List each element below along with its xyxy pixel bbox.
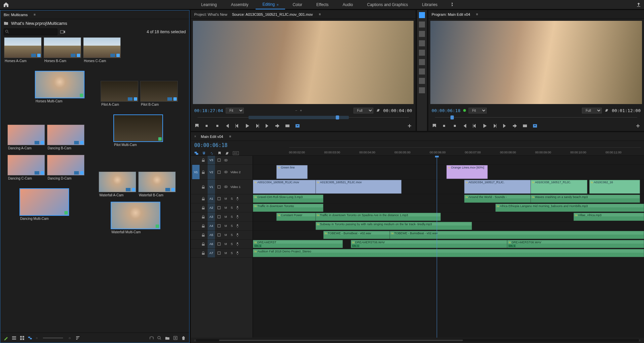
voice-over-icon[interactable] bbox=[236, 215, 240, 219]
track-a3[interactable]: fxConstant PowerfxTraffic in downtown To… bbox=[253, 212, 644, 222]
target-patch[interactable]: V3 bbox=[208, 156, 215, 164]
workspace-tab-assembly[interactable]: Assembly bbox=[224, 0, 255, 9]
hand-tool[interactable] bbox=[419, 78, 425, 84]
source-patch[interactable]: V1 bbox=[192, 165, 200, 179]
target-patch[interactable]: A5 bbox=[208, 231, 215, 239]
workspace-tab-captions-and-graphics[interactable]: Captions and Graphics bbox=[360, 0, 415, 9]
sync-lock-icon[interactable] bbox=[217, 251, 222, 255]
clip-dancing-b[interactable]: Dancing B-Cam bbox=[47, 125, 85, 151]
timeline-ruler[interactable]: 00:00:02:0000:00:03:0000:00:04:0000:00:0… bbox=[289, 147, 641, 154]
source-video[interactable] bbox=[193, 21, 414, 104]
clip[interactable]: fxDREAMERST08.WAVCh. 1 bbox=[507, 240, 644, 248]
target-patch[interactable]: A6 bbox=[208, 240, 215, 248]
export-icon[interactable] bbox=[636, 2, 641, 7]
lock-icon[interactable] bbox=[202, 233, 206, 237]
folder-icon[interactable] bbox=[4, 21, 8, 26]
target-patch[interactable]: A3 bbox=[208, 212, 215, 221]
clip[interactable]: fxA010C038_160517_R1JC. bbox=[531, 180, 587, 194]
lock-icon[interactable] bbox=[202, 215, 206, 218]
workspace-tab-color[interactable]: Color bbox=[286, 0, 309, 9]
new-bin-icon[interactable] bbox=[165, 336, 170, 340]
lock-icon[interactable] bbox=[202, 251, 206, 255]
track-header-v1[interactable]: V1Video 1 bbox=[191, 180, 253, 194]
button-editor-plus[interactable] bbox=[407, 123, 412, 129]
clip[interactable]: fxA001C004_160508_R1JC.mov bbox=[253, 180, 316, 194]
clip[interactable]: fxAfrica Ethiopia Langano mid morning_ba… bbox=[495, 204, 644, 212]
sync-lock-icon[interactable] bbox=[217, 170, 222, 174]
clip-waterfall-b[interactable]: Waterfall B-Cam bbox=[138, 172, 176, 198]
clip-pilot-mc[interactable]: Pilot Multi-Cam bbox=[113, 114, 163, 148]
lock-icon[interactable] bbox=[202, 206, 206, 209]
track-header-v2[interactable]: V1V2Video 2 bbox=[191, 165, 253, 180]
target-patch[interactable]: V2 bbox=[208, 165, 215, 179]
pen-tool[interactable] bbox=[419, 59, 425, 65]
track-header-a7[interactable]: A7MS bbox=[191, 249, 253, 258]
type-tool[interactable] bbox=[419, 87, 425, 93]
source-patch[interactable] bbox=[192, 240, 200, 248]
sort-icon[interactable] bbox=[75, 336, 80, 340]
track-header-a2[interactable]: A2MS bbox=[191, 203, 253, 212]
go-out-button[interactable] bbox=[265, 123, 270, 129]
clip[interactable]: fxVillae_Africa.mp3 bbox=[574, 213, 644, 221]
lock-icon[interactable] bbox=[202, 197, 206, 200]
source-scrubber[interactable] bbox=[194, 115, 412, 121]
insert-button[interactable] bbox=[275, 123, 280, 129]
clip[interactable]: fxTOBEWE - BumsBeat - v02.wav bbox=[390, 231, 644, 239]
find-icon[interactable] bbox=[157, 336, 162, 340]
track-header-a6[interactable]: A6MS bbox=[191, 240, 253, 249]
panel-menu-icon[interactable]: ≡ bbox=[229, 135, 231, 138]
solo-button[interactable]: S bbox=[230, 206, 234, 209]
button-editor-plus[interactable] bbox=[635, 123, 641, 129]
track-select-tool[interactable] bbox=[419, 21, 425, 28]
export-frame-button[interactable] bbox=[532, 123, 538, 129]
track-v3[interactable] bbox=[253, 156, 644, 165]
lock-icon[interactable] bbox=[202, 224, 206, 228]
solo-button[interactable]: S bbox=[230, 233, 234, 237]
workspace-overflow-icon[interactable] bbox=[450, 2, 455, 7]
clip[interactable]: fxOrange Lines.mov [60%] bbox=[446, 165, 487, 179]
lock-icon[interactable] bbox=[202, 242, 206, 246]
mark-out-button[interactable] bbox=[452, 123, 457, 129]
workspace-tab-learning[interactable]: Learning bbox=[195, 0, 224, 9]
track-a2[interactable]: fxTraffic in downtown TorontofxAfrica Et… bbox=[253, 203, 644, 212]
clip[interactable]: fxA013C005_160521_R1JC.mov bbox=[316, 180, 402, 194]
program-fit-select[interactable]: Fit bbox=[469, 108, 487, 113]
clip[interactable]: fxGravel-Dirt-Roll-Slow-Long 3.mp3 bbox=[253, 195, 323, 203]
clip-waterfall-mc[interactable]: Waterfall Multi-Cam bbox=[111, 202, 160, 235]
insert-button[interactable] bbox=[512, 123, 518, 129]
clip-horses-a[interactable]: Horses A-Cam bbox=[4, 37, 42, 64]
program-scrubber[interactable] bbox=[432, 115, 641, 121]
step-back-button[interactable] bbox=[472, 123, 477, 129]
program-tab[interactable]: Program: Main Edit v04 bbox=[432, 12, 470, 16]
clip[interactable]: fxA010C062_16 bbox=[589, 180, 640, 194]
go-out-button[interactable] bbox=[502, 123, 507, 129]
add-marker-button[interactable] bbox=[194, 123, 200, 129]
sync-lock-icon[interactable] bbox=[217, 185, 222, 189]
step-fwd-button[interactable] bbox=[492, 123, 497, 129]
ripple-tool[interactable] bbox=[419, 31, 425, 37]
mute-button[interactable]: M bbox=[224, 206, 228, 209]
workspace-tab-effects[interactable]: Effects bbox=[310, 0, 335, 9]
sync-lock-icon[interactable] bbox=[217, 197, 222, 201]
track-a6[interactable]: fxDREAMERSTCh. 1fxDREAMERST08.WAVCh. 1fx… bbox=[253, 240, 644, 249]
mark-out-button[interactable] bbox=[214, 123, 220, 129]
solo-button[interactable]: S bbox=[230, 251, 234, 255]
source-timecode-in[interactable]: 00:18:27:04 bbox=[194, 108, 223, 113]
mark-in-button[interactable] bbox=[442, 123, 447, 129]
icon-view-icon[interactable] bbox=[20, 336, 24, 340]
go-in-button[interactable] bbox=[462, 123, 467, 129]
selection-tool[interactable] bbox=[419, 12, 425, 18]
zoom-out-icon[interactable]: − bbox=[295, 109, 297, 112]
freeform-view-icon-footer[interactable] bbox=[28, 336, 33, 340]
clip-dancing-mc[interactable]: Dancing Multi-Cam bbox=[19, 188, 69, 222]
nest-icon[interactable] bbox=[194, 151, 199, 155]
program-video[interactable] bbox=[430, 21, 642, 104]
export-frame-button[interactable] bbox=[295, 123, 300, 129]
clip-dancing-c[interactable]: Dancing C-Cam bbox=[7, 155, 45, 181]
clip[interactable]: fxGreen line bbox=[276, 165, 308, 179]
toggle-track-output[interactable] bbox=[224, 158, 228, 162]
track-header-a1[interactable]: A1MS bbox=[191, 194, 253, 203]
program-timecode[interactable]: 00:00:06:18 bbox=[432, 108, 461, 113]
snap-icon[interactable] bbox=[202, 151, 206, 155]
sync-lock-icon[interactable] bbox=[217, 233, 222, 237]
